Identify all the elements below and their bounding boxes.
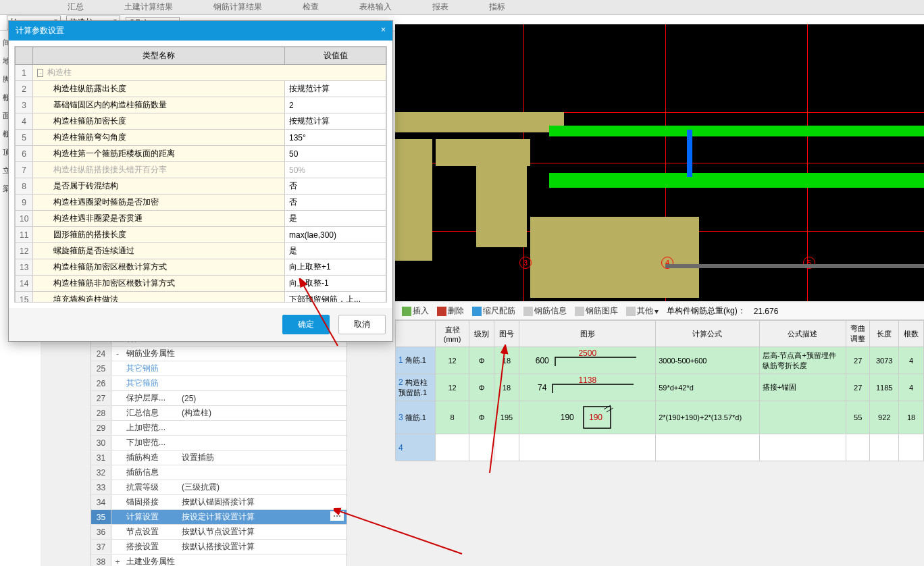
ok-button[interactable]: 确定	[282, 315, 330, 334]
prop-row[interactable]: 31插筋构造设置插筋	[91, 451, 346, 465]
svg-line-6	[338, 511, 462, 554]
insert-button[interactable]: 插入	[402, 305, 429, 317]
svg-line-1	[604, 405, 611, 409]
grid-row[interactable]: 1 角筋.112Φ1860025003000-500+600层高-节点高+预留埋…	[396, 347, 924, 374]
param-row[interactable]: 9构造柱遇圈梁时箍筋是否加密否	[16, 195, 386, 211]
tab[interactable]: 报表	[432, 1, 448, 13]
rebar-result-grid: 直径(mm)级别图号图形计算公式公式描述弯曲调整长度根数 1 角筋.112Φ18…	[395, 320, 924, 461]
param-row[interactable]: 6构造柱第一个箍筋距楼板面的距离50	[16, 146, 386, 162]
prop-row[interactable]: 30下加密范...	[91, 436, 346, 451]
prop-row[interactable]: 26其它箍筋	[91, 376, 346, 391]
col-val: 设值值	[285, 47, 386, 65]
delete-button[interactable]: 删除	[437, 305, 464, 317]
tab[interactable]: 指标	[489, 1, 505, 13]
tab[interactable]: 检查	[303, 1, 319, 13]
prop-row[interactable]: 24-钢筋业务属性	[91, 346, 346, 361]
rebar-toolbar: 插入 删除 缩尺配筋 钢筋信息 钢筋图库 其他 ▾ 单构件钢筋总重(kg)： 2…	[395, 303, 924, 320]
tab[interactable]: 表格输入	[359, 1, 392, 13]
prop-row[interactable]: 28汇总信息(构造柱)	[91, 406, 346, 421]
param-row[interactable]: 14构造柱箍筋非加密区根数计算方式向上取整-1	[16, 276, 386, 292]
param-row[interactable]: 8是否属于砖混结构否	[16, 178, 386, 195]
tab[interactable]: 钢筋计算结果	[213, 1, 262, 13]
grid-header	[396, 321, 436, 347]
param-row[interactable]: 13构造柱箍筋加密区根数计算方式向上取整+1	[16, 259, 386, 276]
dialog-titlebar[interactable]: 计算参数设置 ×	[9, 21, 392, 41]
param-row[interactable]: 7构造柱纵筋搭接接头错开百分率50%	[16, 162, 386, 178]
grid-header: 图号	[494, 321, 519, 347]
param-row[interactable]: 15填充墙构造柱做法下部预留钢筋，上...	[16, 292, 386, 303]
3d-viewport[interactable]: 3 4 5	[395, 24, 924, 301]
properties-panel: 23备注24-钢筋业务属性25其它钢筋26其它箍筋27保护层厚...(25)28…	[91, 331, 347, 566]
prop-row[interactable]: 38+土建业务属性	[91, 555, 346, 566]
param-row[interactable]: 1-构造柱	[16, 65, 386, 81]
param-row[interactable]: 2构造柱纵筋露出长度按规范计算	[16, 81, 386, 97]
grid-header: 计算公式	[656, 321, 760, 347]
prop-row[interactable]: 25其它钢筋	[91, 361, 346, 376]
info-button[interactable]: 钢筋信息	[523, 305, 567, 317]
axis-label: 3	[519, 257, 532, 269]
annotation-arrow	[334, 507, 469, 566]
close-icon[interactable]: ×	[381, 25, 386, 36]
param-row[interactable]: 5构造柱箍筋弯勾角度135°	[16, 130, 386, 146]
cancel-button[interactable]: 取消	[338, 315, 386, 334]
library-button[interactable]: 钢筋图库	[575, 305, 618, 317]
calc-param-dialog: 计算参数设置 × 类型名称 设值值 1-构造柱2构造柱纵筋露出长度按规范计算3基…	[8, 20, 393, 342]
grid-header: 级别	[469, 321, 494, 347]
grid-row[interactable]: 2 构造柱预留筋.112Φ1874113859*d+42*d搭接+锚固27118…	[396, 374, 924, 401]
prop-row[interactable]: 32插筋信息	[91, 465, 346, 480]
grid-header: 直径(mm)	[435, 321, 469, 347]
other-dropdown[interactable]: 其他 ▾	[626, 305, 659, 317]
scale-button[interactable]: 缩尺配筋	[472, 305, 515, 317]
dialog-title-text: 计算参数设置	[16, 25, 64, 36]
grid-header: 公式描述	[759, 321, 846, 347]
svg-text:190: 190	[589, 413, 602, 422]
col-name: 类型名称	[33, 47, 285, 65]
param-table: 类型名称 设值值 1-构造柱2构造柱纵筋露出长度按规范计算3基础锚固区内的构造柱…	[15, 47, 386, 303]
grid-header: 根数	[899, 321, 924, 347]
prop-row[interactable]: 36节点设置按默认节点设置计算	[91, 525, 346, 540]
grid-row[interactable]: 4	[396, 434, 924, 461]
param-row[interactable]: 11圆形箍筋的搭接长度max(lae,300)	[16, 227, 386, 243]
grid-row[interactable]: 3 箍筋.18Φ1951901902*(190+190)+2*(13.57*d)…	[396, 401, 924, 434]
tab[interactable]: 汇总	[68, 1, 84, 13]
weight-label: 单构件钢筋总重(kg)：	[667, 305, 746, 317]
prop-row[interactable]: 33抗震等级(三级抗震)	[91, 480, 346, 495]
prop-row[interactable]: 27保护层厚...(25)	[91, 391, 346, 406]
tab[interactable]: 土建计算结果	[124, 1, 173, 13]
weight-value: 21.676	[754, 307, 779, 316]
prop-row[interactable]: 37搭接设置按默认搭接设置计算	[91, 540, 346, 555]
grid-header: 弯曲调整	[846, 321, 870, 347]
prop-row[interactable]: 29上加密范...	[91, 421, 346, 436]
ribbon-tabs: 汇总 土建计算结果 钢筋计算结果 检查 表格输入 报表 指标	[0, 0, 924, 15]
prop-row[interactable]: 35计算设置按设定计算设置计算⋯	[91, 510, 346, 525]
scrollbar-horiz[interactable]	[665, 264, 924, 268]
grid-header: 图形	[519, 321, 656, 347]
prop-row[interactable]: 34锚固搭接按默认锚固搭接计算	[91, 495, 346, 510]
svg-line-2	[607, 408, 613, 412]
ellipsis-button[interactable]: ⋯	[330, 511, 344, 521]
grid-header: 长度	[870, 321, 899, 347]
param-row[interactable]: 10构造柱遇非圈梁是否贯通是	[16, 211, 386, 227]
param-row[interactable]: 4构造柱箍筋加密长度按规范计算	[16, 113, 386, 130]
param-row[interactable]: 3基础锚固区内的构造柱箍筋数量2	[16, 97, 386, 113]
param-row[interactable]: 12螺旋箍筋是否连续通过是	[16, 243, 386, 259]
